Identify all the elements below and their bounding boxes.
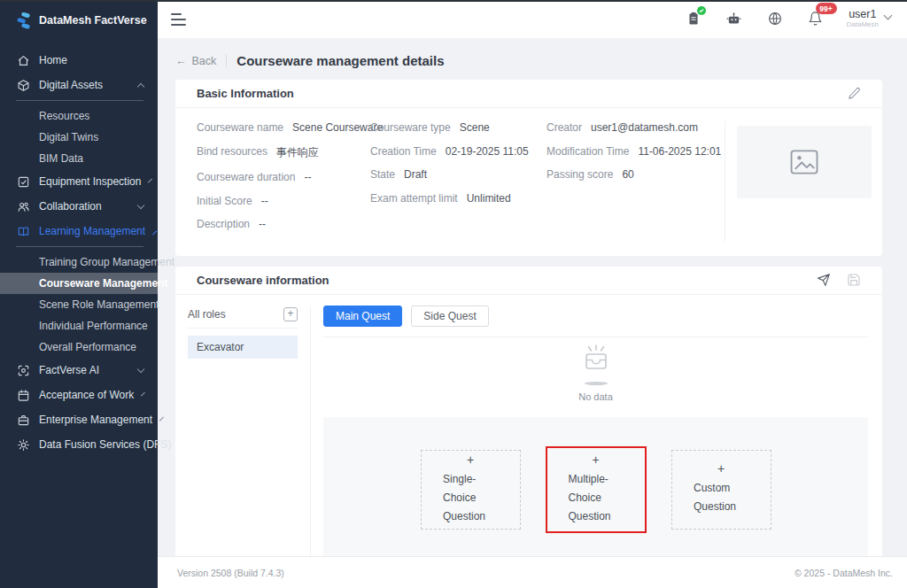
empty-box-icon xyxy=(576,344,616,380)
add-question-panel: + Single-Choice Question + Multiple-Choi… xyxy=(323,417,868,557)
basic-info-fields: Courseware nameScene Courseware Bind res… xyxy=(197,121,725,242)
cover-image-placeholder xyxy=(737,126,872,198)
role-item-excavator[interactable]: Excavator xyxy=(188,336,298,359)
notifications-button[interactable]: 99+ xyxy=(806,9,826,28)
sidebar-item-home[interactable]: Home xyxy=(0,48,158,73)
sidebar-item-courseware-management[interactable]: Courseware Management xyxy=(0,273,158,294)
quest-tabs: Main Quest Side Quest xyxy=(323,306,868,337)
back-button[interactable]: ← Back xyxy=(175,55,216,67)
language-button[interactable] xyxy=(765,9,785,28)
user-name: user1 xyxy=(849,9,876,21)
chevron-down-icon xyxy=(137,201,144,208)
empty-shadow xyxy=(585,382,608,385)
ai-icon xyxy=(16,363,30,377)
briefcase-icon xyxy=(16,413,30,427)
sidebar-item-collaboration[interactable]: Collaboration xyxy=(0,194,158,219)
sidebar-item-factverse-ai[interactable]: FactVerse AI xyxy=(0,358,158,383)
divider xyxy=(310,307,311,557)
courseware-information-title: Courseware information xyxy=(197,274,329,287)
field-state: StateDraft xyxy=(370,168,547,181)
plus-icon: + xyxy=(592,453,599,466)
main-content: ← Back Courseware management details Bas… xyxy=(158,39,907,556)
field-creation-time: Creation Time02-19-2025 11:05 xyxy=(370,145,547,158)
roles-panel: All roles + Excavator xyxy=(188,306,298,557)
chevron-down-icon xyxy=(137,365,144,372)
image-icon xyxy=(790,150,818,174)
chevron-up-icon xyxy=(137,82,144,89)
sidebar-item-data-fusion-services[interactable]: Data Fusion Services (DFS) xyxy=(0,432,158,457)
sidebar-item-label: Home xyxy=(39,54,67,66)
sidebar-item-acceptance-of-work[interactable]: Acceptance of Work xyxy=(0,383,158,407)
field-exam-attempt-limit: Exam attempt limitUnlimited xyxy=(370,192,547,205)
sidebar: DataMesh FactVerse Home Digital Assets R… xyxy=(0,0,158,588)
add-role-button[interactable]: + xyxy=(283,307,298,321)
tab-side-quest[interactable]: Side Quest xyxy=(411,306,488,327)
collapse-sidebar-button[interactable] xyxy=(171,13,187,26)
field-courseware-type: Courseware typeScene xyxy=(370,121,547,134)
version-text: Version 2508 (Build 7.4.3) xyxy=(177,568,284,578)
sidebar-item-training-group-management[interactable]: Training Group Management xyxy=(0,251,158,273)
gear-icon xyxy=(16,437,30,452)
edit-button[interactable] xyxy=(848,87,861,100)
empty-text: No data xyxy=(578,391,613,402)
courseware-information-card: Courseware information All roles + Excav… xyxy=(175,267,882,557)
sidebar-item-label: Equipment Inspection xyxy=(39,175,141,188)
home-icon xyxy=(16,53,30,67)
app-logo: DataMesh FactVerse xyxy=(0,0,158,41)
notification-count-badge: 99+ xyxy=(816,3,837,14)
copyright-text: © 2025 - DataMesh Inc. xyxy=(795,568,893,578)
save-button[interactable] xyxy=(847,273,861,287)
sidebar-item-digital-twins[interactable]: Digital Twins xyxy=(0,127,158,148)
sidebar-item-label: FactVerse AI xyxy=(39,364,99,376)
plus-icon: + xyxy=(467,453,474,466)
sidebar-item-learning-management[interactable]: Learning Management xyxy=(0,219,158,244)
field-courseware-duration: Courseware duration-- xyxy=(197,171,370,183)
basic-information-title: Basic Information xyxy=(197,87,294,100)
app-logo-text: DataMesh FactVerse xyxy=(39,14,147,27)
inspection-icon xyxy=(16,174,30,189)
sidebar-item-label: Acceptance of Work xyxy=(39,389,134,401)
empty-state: No data xyxy=(323,344,868,402)
bot-button[interactable] xyxy=(725,9,744,28)
tab-main-quest[interactable]: Main Quest xyxy=(323,306,402,327)
field-initial-score: Initial Score-- xyxy=(197,195,370,207)
publish-button[interactable] xyxy=(817,273,831,287)
field-modification-time: Modification Time11-06-2025 12:01 xyxy=(547,145,725,158)
footer: Version 2508 (Build 7.4.3) © 2025 - Data… xyxy=(158,556,907,588)
field-passing-score: Passing score60 xyxy=(547,168,725,181)
group-divider xyxy=(16,246,143,247)
add-custom-question-box[interactable]: + Custom Question xyxy=(671,450,771,530)
add-single-choice-question-box[interactable]: + Single-Choice Question xyxy=(421,450,521,530)
sidebar-item-enterprise-management[interactable]: Enterprise Management xyxy=(0,407,158,432)
sidebar-item-digital-assets[interactable]: Digital Assets xyxy=(0,73,158,97)
people-icon xyxy=(16,199,30,213)
basic-information-card: Basic Information Courseware nameScene C… xyxy=(175,80,882,256)
window-top-edge xyxy=(0,0,907,2)
sidebar-nav: Home Digital Assets Resources Digital Tw… xyxy=(0,41,158,457)
field-description: Description-- xyxy=(197,218,370,230)
user-menu[interactable]: user1 DataMesh xyxy=(847,9,891,30)
sidebar-item-scene-role-management[interactable]: Scene Role Management xyxy=(0,294,158,315)
topbar: 99+ user1 DataMesh xyxy=(158,0,907,39)
cube-icon xyxy=(16,78,30,92)
chevron-up-icon xyxy=(152,230,157,235)
chevron-down-icon xyxy=(148,178,152,182)
sidebar-item-overall-performance[interactable]: Overall Performance xyxy=(0,337,158,358)
sidebar-item-resources[interactable]: Resources xyxy=(0,105,158,127)
user-org: DataMesh xyxy=(847,21,879,29)
bot-icon xyxy=(725,11,742,27)
field-bind-resources: Bind resources事件响应 xyxy=(197,145,370,160)
sidebar-item-bim-data[interactable]: BIM Data xyxy=(0,148,158,169)
globe-icon xyxy=(767,11,783,27)
book-icon xyxy=(16,224,30,238)
tasks-button[interactable] xyxy=(684,9,703,28)
back-label: Back xyxy=(192,55,217,67)
add-multiple-choice-question-box[interactable]: + Multiple-Choice Question xyxy=(546,446,647,533)
sidebar-item-label: Learning Management xyxy=(39,225,145,237)
sidebar-item-individual-performance[interactable]: Individual Performance xyxy=(0,315,158,337)
sidebar-item-label: Data Fusion Services (DFS) xyxy=(39,438,171,451)
sidebar-item-equipment-inspection[interactable]: Equipment Inspection xyxy=(0,169,158,194)
calendar-icon xyxy=(16,388,30,402)
page-title: Courseware management details xyxy=(236,53,444,68)
back-arrow-icon: ← xyxy=(175,55,187,67)
